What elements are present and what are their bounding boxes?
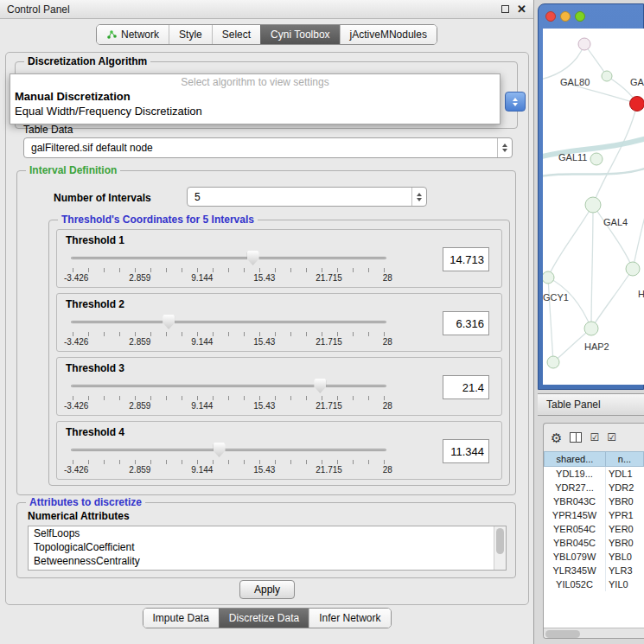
scale-label: -3.426 bbox=[64, 273, 88, 283]
scrollbar-thumb[interactable] bbox=[496, 528, 504, 554]
select-visible-checkbox-icon[interactable]: ☑ bbox=[607, 432, 616, 443]
slider-thumb[interactable] bbox=[314, 379, 326, 393]
threshold-3-value-field[interactable]: 21.4 bbox=[443, 375, 489, 399]
slider-track[interactable] bbox=[71, 257, 386, 259]
list-item[interactable]: SelfLoops bbox=[29, 526, 506, 540]
threshold-2-panel: Threshold 2 -3.4262.8599.14415.4321.7152… bbox=[56, 293, 502, 352]
close-icon[interactable]: ✕ bbox=[517, 3, 526, 15]
tab-label: Infer Network bbox=[319, 612, 380, 624]
table-cell[interactable]: YBR045C bbox=[544, 536, 606, 550]
network-graph: GAL80 GA GAL11 GAL4 GCY1 H HAP2 bbox=[543, 29, 644, 385]
table-row[interactable]: YPR145WYPR1 bbox=[544, 508, 644, 522]
group-title: Attributes to discretize bbox=[26, 496, 145, 508]
slider-thumb[interactable] bbox=[247, 251, 259, 265]
minimize-traffic-light-icon[interactable] bbox=[560, 11, 571, 22]
node[interactable] bbox=[626, 262, 640, 276]
table-cell[interactable]: YER0 bbox=[606, 522, 644, 536]
threshold-1-panel: Threshold 1 -3.4262.8599.14415.4321.7152… bbox=[56, 229, 502, 288]
slider-thumb[interactable] bbox=[163, 315, 175, 329]
slider-track[interactable] bbox=[71, 321, 386, 323]
table-cell[interactable]: YDR2 bbox=[606, 481, 644, 494]
float-window-icon[interactable] bbox=[501, 5, 509, 13]
node-gcy1[interactable] bbox=[543, 271, 554, 284]
scrollbar-thumb[interactable] bbox=[545, 630, 580, 638]
list-scrollbar[interactable] bbox=[494, 526, 506, 570]
table-row[interactable]: YBR045CYBR0 bbox=[544, 536, 644, 550]
threshold-3-slider[interactable] bbox=[71, 377, 386, 394]
tab-cyni-toolbox[interactable]: Cyni Toolbox bbox=[260, 25, 339, 44]
node-label: GAL80 bbox=[560, 77, 590, 87]
list-item[interactable]: BetweennessCentrality bbox=[29, 554, 506, 568]
slider-thumb[interactable] bbox=[214, 443, 226, 457]
column-header-name[interactable]: n... bbox=[606, 451, 644, 467]
tab-network[interactable]: Network bbox=[97, 25, 169, 44]
list-item[interactable]: TopologicalCoefficient bbox=[29, 540, 506, 554]
tab-jactivemnodules[interactable]: jActiveMNodules bbox=[340, 25, 437, 44]
table-row[interactable]: YDL19...YDL1 bbox=[544, 467, 644, 481]
table-cell[interactable]: YPR1 bbox=[606, 508, 644, 522]
tab-impute-data[interactable]: Impute Data bbox=[143, 609, 218, 628]
scale-label: -3.426 bbox=[64, 337, 88, 347]
table-cell[interactable]: YER054C bbox=[544, 522, 606, 536]
table-cell[interactable]: YLR345W bbox=[544, 564, 606, 577]
attributes-group: Attributes to discretize Numerical Attri… bbox=[16, 502, 516, 578]
table-cell[interactable]: YBR043C bbox=[544, 494, 606, 508]
zoom-traffic-light-icon[interactable] bbox=[575, 11, 585, 22]
apply-button[interactable]: Apply bbox=[239, 580, 295, 599]
node[interactable] bbox=[602, 71, 612, 81]
threshold-1-slider[interactable] bbox=[71, 249, 386, 266]
node-label: GAL11 bbox=[558, 152, 587, 163]
table-cell[interactable]: YIL0 bbox=[606, 577, 644, 591]
column-header-shared-name[interactable]: shared... bbox=[544, 451, 606, 467]
tab-select[interactable]: Select bbox=[212, 25, 260, 44]
tab-label: Network bbox=[121, 29, 159, 41]
table-data-combobox[interactable]: galFiltered.sif default node bbox=[23, 137, 513, 158]
node-hap2[interactable] bbox=[584, 322, 598, 335]
table-cell[interactable]: YPR145W bbox=[544, 508, 606, 522]
columns-icon[interactable] bbox=[570, 432, 582, 443]
horizontal-scrollbar[interactable] bbox=[544, 628, 644, 639]
gear-icon[interactable]: ⚙ bbox=[551, 431, 562, 444]
number-of-intervals-combobox[interactable]: 5 bbox=[187, 187, 427, 207]
top-tabbar: Network Style Select Cyni Toolbox jActiv… bbox=[0, 19, 533, 50]
threshold-2-slider[interactable] bbox=[71, 313, 386, 330]
tab-discretize-data[interactable]: Discretize Data bbox=[219, 609, 309, 628]
selected-red-node[interactable] bbox=[630, 97, 644, 112]
table-row[interactable]: YDR27...YDR2 bbox=[544, 481, 644, 494]
dropdown-option-equal-width[interactable]: Equal Width/Frequency Discretization bbox=[10, 104, 500, 118]
tab-infer-network[interactable]: Infer Network bbox=[309, 609, 390, 628]
numerical-attributes-list[interactable]: SelfLoopsTopologicalCoefficientBetweenne… bbox=[28, 526, 507, 571]
threshold-2-value-field[interactable]: 6.316 bbox=[443, 311, 489, 335]
table-row[interactable]: YIL052CYIL0 bbox=[544, 577, 644, 591]
node-gal4[interactable] bbox=[585, 197, 601, 213]
table-cell[interactable]: YBL079W bbox=[544, 550, 606, 564]
table-row[interactable]: YER054CYER0 bbox=[544, 522, 644, 536]
scale-label: 15.43 bbox=[253, 337, 275, 347]
node[interactable] bbox=[590, 153, 603, 165]
slider-track[interactable] bbox=[71, 385, 386, 387]
threshold-1-value-field[interactable]: 14.713 bbox=[443, 247, 489, 271]
table-cell[interactable]: YBL0 bbox=[606, 550, 644, 564]
tab-style[interactable]: Style bbox=[169, 25, 212, 44]
table-cell[interactable]: YLR3 bbox=[606, 564, 644, 577]
threshold-4-value-field[interactable]: 11.344 bbox=[443, 439, 489, 463]
table-row[interactable]: YBR043CYBR0 bbox=[544, 494, 644, 508]
network-canvas[interactable]: GAL80 GA GAL11 GAL4 GCY1 H HAP2 bbox=[543, 29, 644, 385]
table-row[interactable]: YBL079WYBL0 bbox=[544, 550, 644, 564]
table-cell[interactable]: YBR0 bbox=[606, 494, 644, 508]
node[interactable] bbox=[547, 356, 559, 368]
dropdown-option-manual-discretization[interactable]: Manual Discretization bbox=[10, 89, 500, 104]
numerical-attributes-label: Numerical Attributes bbox=[28, 510, 130, 522]
table-cell[interactable]: YDL1 bbox=[606, 467, 644, 481]
close-traffic-light-icon[interactable] bbox=[545, 11, 556, 22]
table-cell[interactable]: YIL052C bbox=[544, 577, 606, 591]
table-cell[interactable]: YBR0 bbox=[606, 536, 644, 550]
threshold-4-slider[interactable] bbox=[71, 441, 386, 458]
select-all-checkbox-icon[interactable]: ☑ bbox=[590, 432, 599, 443]
table-cell[interactable]: YDL19... bbox=[544, 467, 606, 481]
algorithm-combobox[interactable] bbox=[505, 92, 526, 112]
table-cell[interactable]: YDR27... bbox=[544, 481, 606, 494]
slider-track[interactable] bbox=[71, 449, 386, 451]
table-row[interactable]: YLR345WYLR3 bbox=[544, 564, 644, 577]
node[interactable] bbox=[578, 38, 590, 50]
